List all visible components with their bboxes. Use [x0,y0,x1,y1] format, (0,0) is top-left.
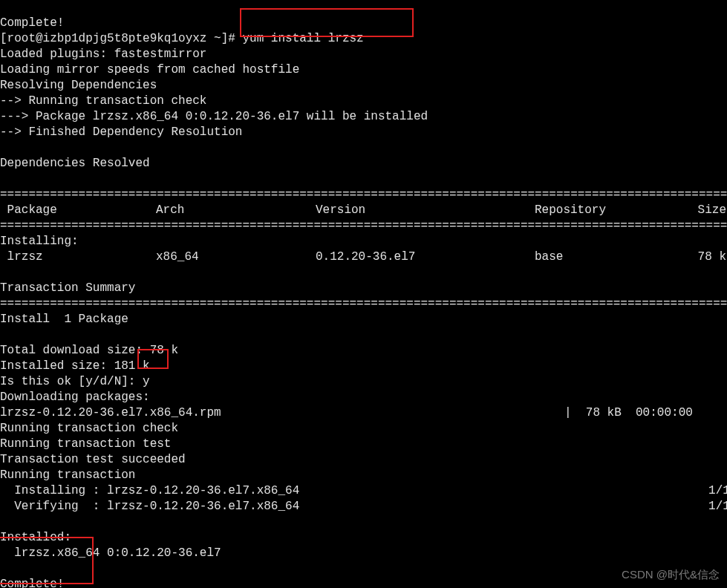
output-line: Installed size: 181 k [0,359,150,373]
download-file: lrzsz-0.12.20-36.el7.x86_64.rpm [0,405,564,421]
output-line: Complete! [0,578,64,588]
install-label: Installing : [0,484,107,497]
output-line: Running transaction test [0,437,171,451]
table-cell-size: 78 k [691,249,726,265]
output-line: lrzsz.x86_64 0:0.12.20-36.el7 [0,546,221,560]
install-progress: 1/1 [708,484,727,497]
verify-label: Verifying : [0,500,107,513]
output-line: Transaction Summary [0,281,135,295]
output-line: Complete! [0,16,64,30]
separator: ========================================… [0,297,727,310]
confirm-prompt: Is this ok [y/d/N]: [0,375,143,388]
table-header-version: Version [316,203,535,218]
install-value: lrzsz-0.12.20-36.el7.x86_64 [107,483,708,499]
output-line: Downloading packages: [0,391,150,404]
separator: ========================================… [0,188,727,201]
output-line: --> Finished Dependency Resolution [0,125,242,139]
output-line: Install 1 Package [0,313,128,326]
table-cell-repo: base [535,249,691,265]
table-header-size: Size [691,203,726,218]
output-line: Running transaction [0,468,135,482]
verify-progress: 1/1 [708,500,727,513]
output-line: Installed: [0,531,71,544]
separator: ========================================… [0,219,727,232]
terminal[interactable]: Complete! [root@izbp1dpjg5t8pte9kq1oyxz … [0,0,727,588]
download-stats: | 78 kB 00:00:00 [564,406,693,419]
output-line: --> Running transaction check [0,94,206,108]
table-header-package: Package [0,203,156,218]
output-line: Resolving Dependencies [0,79,157,92]
output-line: Total download size: 78 k [0,344,178,357]
table-cell-package: lrzsz [0,249,156,265]
table-cell-version: 0.12.20-36.el7 [316,249,535,265]
table-header-repo: Repository [535,203,691,218]
output-line: ---> Package lrzsz.x86_64 0:0.12.20-36.e… [0,110,428,123]
table-header-arch: Arch [156,203,316,218]
command-text: yum install lrzsz [242,32,363,45]
output-line: Running transaction check [0,422,178,435]
output-line: Installing: [0,235,79,248]
shell-prompt: [root@izbp1dpjg5t8pte9kq1oyxz ~]# [0,32,242,45]
output-line: Loading mirror speeds from cached hostfi… [0,63,299,76]
output-line: Transaction test succeeded [0,453,186,466]
verify-value: lrzsz-0.12.20-36.el7.x86_64 [107,499,708,514]
output-line: Loaded plugins: fastestmirror [0,48,206,61]
table-cell-arch: x86_64 [156,249,316,265]
confirm-input[interactable]: y [143,375,150,388]
output-line: Dependencies Resolved [0,157,150,170]
